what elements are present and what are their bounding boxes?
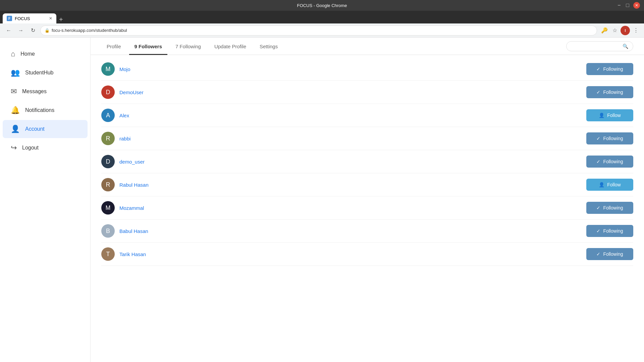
following-button-babul[interactable]: ✓ Following bbox=[586, 225, 633, 237]
sidebar-label-notifications: Notifications bbox=[25, 107, 54, 113]
follower-left-tarik: T Tarik Hasan bbox=[101, 247, 146, 261]
search-icon: 🔍 bbox=[623, 44, 628, 49]
table-row: B Babul Hasan ✓ Following bbox=[101, 220, 633, 243]
app-layout: ⌂ Home 👥 StudentHub ✉ Messages 🔔 Notific… bbox=[0, 38, 644, 362]
studenthub-icon: 👥 bbox=[11, 68, 20, 77]
bookmark-star-icon[interactable]: ☆ bbox=[611, 26, 619, 34]
follower-name-alex[interactable]: Alex bbox=[119, 113, 129, 118]
follow-button-rabul[interactable]: 👤 Follow bbox=[586, 179, 633, 191]
following-button-demouser[interactable]: ✓ Following bbox=[586, 86, 633, 98]
follower-name-rabul[interactable]: Rabul Hasan bbox=[119, 182, 149, 188]
follower-name-babul[interactable]: Babul Hasan bbox=[119, 228, 148, 234]
sidebar-item-messages[interactable]: ✉ Messages bbox=[3, 82, 88, 101]
table-row: R rabbi ✓ Following bbox=[101, 127, 633, 150]
tab-title: FOCUS bbox=[15, 16, 30, 21]
follower-name-demouser[interactable]: DemoUser bbox=[119, 89, 144, 95]
sidebar-item-studenthub[interactable]: 👥 StudentHub bbox=[3, 64, 88, 82]
search-box[interactable]: 🔍 bbox=[566, 41, 633, 51]
messages-icon: ✉ bbox=[11, 87, 17, 96]
following-button-demo-user[interactable]: ✓ Following bbox=[586, 156, 633, 168]
followers-list: M Mojo ✓ Following D DemoUser ✓ Followin… bbox=[91, 55, 644, 362]
tab-favicon: F bbox=[7, 16, 12, 21]
sidebar-label-messages: Messages bbox=[22, 88, 47, 95]
maximize-button[interactable]: □ bbox=[625, 2, 631, 8]
table-row: M Mozammal ✓ Following bbox=[101, 196, 633, 220]
tab-close-button[interactable]: ✕ bbox=[49, 16, 52, 21]
tab-followers[interactable]: 9 Followers bbox=[129, 38, 168, 55]
avatar: A bbox=[101, 109, 115, 122]
follower-left-mozammal: M Mozammal bbox=[101, 201, 144, 215]
forward-button[interactable]: → bbox=[16, 26, 25, 35]
follower-left-babul: B Babul Hasan bbox=[101, 224, 148, 238]
sidebar-label-account: Account bbox=[25, 126, 45, 132]
avatar: M bbox=[101, 62, 115, 76]
back-button[interactable]: ← bbox=[4, 26, 13, 35]
add-person-icon: 👤 bbox=[599, 113, 604, 118]
table-row: D DemoUser ✓ Following bbox=[101, 81, 633, 104]
sidebar-item-account[interactable]: 👤 Account bbox=[3, 120, 88, 138]
follower-left-mojo: M Mojo bbox=[101, 62, 130, 76]
following-button-mojo[interactable]: ✓ Following bbox=[586, 63, 633, 75]
sidebar-label-studenthub: StudentHub bbox=[25, 70, 54, 76]
avatar: D bbox=[101, 85, 115, 99]
check-icon: ✓ bbox=[596, 251, 600, 257]
avatar: T bbox=[101, 247, 115, 261]
nav-extras: 🔑 ☆ I ⋮ bbox=[600, 26, 640, 35]
browser-menu-icon[interactable]: ⋮ bbox=[632, 26, 640, 34]
account-icon: 👤 bbox=[11, 125, 20, 133]
follower-name-mojo[interactable]: Mojo bbox=[119, 66, 130, 72]
close-button[interactable]: ✕ bbox=[633, 2, 640, 9]
browser-title: FOCUS - Google Chrome bbox=[297, 3, 347, 8]
browser-profile-avatar[interactable]: I bbox=[621, 26, 630, 35]
avatar: R bbox=[101, 132, 115, 145]
sidebar-item-home[interactable]: ⌂ Home bbox=[3, 45, 88, 63]
check-icon: ✓ bbox=[596, 228, 600, 234]
address-bar[interactable]: 🔒 focu-s.herokuapp.com/studenthub/abul bbox=[40, 25, 597, 36]
follower-name-tarik[interactable]: Tarik Hasan bbox=[119, 251, 146, 257]
browser-title-bar: FOCUS - Google Chrome − □ ✕ bbox=[0, 0, 644, 11]
avatar: D bbox=[101, 155, 115, 168]
follower-name-mozammal[interactable]: Mozammal bbox=[119, 205, 144, 211]
search-input[interactable] bbox=[571, 44, 620, 49]
follow-button-alex[interactable]: 👤 Follow bbox=[586, 109, 633, 121]
tab-following[interactable]: 7 Following bbox=[170, 38, 206, 55]
check-icon: ✓ bbox=[596, 159, 600, 164]
notifications-icon: 🔔 bbox=[11, 106, 20, 115]
table-row: M Mojo ✓ Following bbox=[101, 58, 633, 81]
tab-update-profile[interactable]: Update Profile bbox=[209, 38, 252, 55]
follower-left-alex: A Alex bbox=[101, 109, 129, 122]
logout-icon: ↪ bbox=[11, 143, 17, 152]
refresh-button[interactable]: ↻ bbox=[28, 26, 38, 35]
window-controls: − □ ✕ bbox=[616, 2, 640, 9]
following-button-tarik[interactable]: ✓ Following bbox=[586, 248, 633, 260]
follower-name-rabbi[interactable]: rabbi bbox=[119, 136, 130, 141]
following-button-rabbi[interactable]: ✓ Following bbox=[586, 132, 633, 144]
browser-tab-bar: F FOCUS ✕ + bbox=[0, 11, 644, 23]
follower-left-rabul: R Rabul Hasan bbox=[101, 178, 149, 191]
check-icon: ✓ bbox=[596, 205, 600, 210]
tab-settings[interactable]: Settings bbox=[254, 38, 283, 55]
follower-name-demo-user[interactable]: demo_user bbox=[119, 159, 145, 165]
minimize-button[interactable]: − bbox=[616, 2, 622, 8]
table-row: T Tarik Hasan ✓ Following bbox=[101, 243, 633, 266]
tab-profile[interactable]: Profile bbox=[101, 38, 126, 55]
table-row: D demo_user ✓ Following bbox=[101, 150, 633, 173]
browser-nav-bar: ← → ↻ 🔒 focu-s.herokuapp.com/studenthub/… bbox=[0, 23, 644, 38]
sidebar-item-notifications[interactable]: 🔔 Notifications bbox=[3, 101, 88, 119]
following-button-mozammal[interactable]: ✓ Following bbox=[586, 202, 633, 214]
browser-tab-focus[interactable]: F FOCUS ✕ bbox=[3, 13, 56, 23]
check-icon: ✓ bbox=[596, 136, 600, 141]
sidebar-item-logout[interactable]: ↪ Logout bbox=[3, 139, 88, 157]
new-tab-button[interactable]: + bbox=[58, 16, 64, 23]
profile-tabs: Profile 9 Followers 7 Following Update P… bbox=[101, 38, 566, 55]
table-row: R Rabul Hasan 👤 Follow bbox=[101, 173, 633, 196]
lock-icon: 🔒 bbox=[45, 28, 50, 33]
follower-left-demouser: D DemoUser bbox=[101, 85, 144, 99]
table-row: A Alex 👤 Follow bbox=[101, 104, 633, 127]
url-text: focu-s.herokuapp.com/studenthub/abul bbox=[52, 28, 593, 33]
sidebar-label-logout: Logout bbox=[22, 145, 39, 151]
avatar: M bbox=[101, 201, 115, 215]
sidebar: ⌂ Home 👥 StudentHub ✉ Messages 🔔 Notific… bbox=[0, 38, 91, 362]
follower-left-rabbi: R rabbi bbox=[101, 132, 130, 145]
follower-left-demo-user: D demo_user bbox=[101, 155, 145, 168]
